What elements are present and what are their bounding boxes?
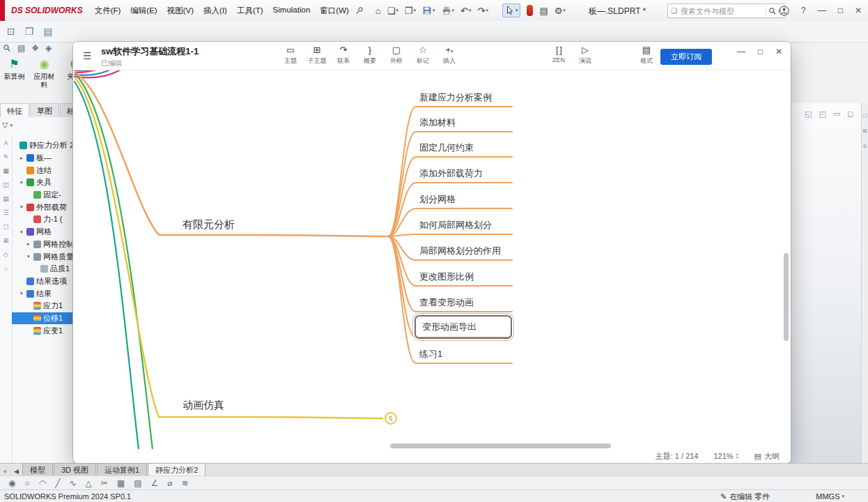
marketplace-icon[interactable] [527, 5, 533, 16]
minimize-window-icon[interactable]: — [737, 47, 745, 56]
tree-row-result-options[interactable]: 结果选项 [12, 275, 73, 288]
tab-motion-study[interactable]: 运动算例1 [97, 463, 147, 476]
tree-row-study[interactable]: 静应力分析 2* [12, 139, 73, 152]
sketch-mesh-icon[interactable]: ▦ [117, 478, 125, 488]
viewport-minimize-icon[interactable]: ▭ [833, 109, 840, 119]
new-document-button[interactable]: ❏▾ [385, 4, 401, 17]
horizontal-scrollbar[interactable] [390, 443, 611, 448]
shield-icon[interactable]: ❖ [31, 43, 39, 53]
tree-row-part[interactable]: ▸ 板— [12, 152, 73, 165]
tree-row-connections[interactable]: 连结 [12, 164, 73, 176]
tree-row-fixed[interactable]: 固定- [12, 189, 73, 201]
new-study-button[interactable]: ⚑ 新算例 [1, 56, 27, 89]
viewport-restore-icon[interactable]: ◱ [805, 109, 812, 119]
tabs-first-icon[interactable]: « [0, 466, 10, 476]
sketch-angle-icon[interactable]: ∠ [151, 478, 159, 488]
sketch-table-icon[interactable]: ▤ [134, 478, 141, 488]
pin-menu-icon[interactable] [355, 6, 364, 15]
subtopic-local-mesh-purpose[interactable]: 局部网格划分的作用 [419, 245, 501, 257]
topic-fea[interactable]: 有限元分析 [183, 218, 235, 231]
tab-model[interactable]: 模型 [22, 463, 53, 476]
filter-funnel-icon[interactable]: ▽ [2, 121, 8, 130]
home-button[interactable]: ⌂ [373, 4, 383, 17]
sheet-icon[interactable]: ▤ [43, 26, 52, 37]
tree-row-stress[interactable]: 应力1 [12, 300, 73, 312]
task-pane-settings-icon[interactable]: ⚙ [862, 144, 867, 149]
subtopic-external-load[interactable]: 添加外部载荷力 [419, 167, 483, 180]
zoom-stepper[interactable]: ▲ ▼ [736, 452, 739, 459]
sketch-spline-icon[interactable]: ∿ [69, 478, 76, 488]
sketch-trim-icon[interactable]: ✂ [101, 478, 108, 488]
zen-mode-button[interactable]: [ ] ZEN [547, 45, 571, 66]
minimize-app-icon[interactable]: — [818, 6, 826, 15]
vertical-scrollbar[interactable] [784, 253, 789, 341]
menu-window[interactable]: 窗口(W) [315, 3, 354, 19]
save-button[interactable]: ▾ [420, 4, 437, 17]
strip-edit-icon[interactable]: ✎ [3, 153, 9, 160]
print-button[interactable]: ▾ [440, 4, 457, 17]
search-icon[interactable] [768, 7, 777, 15]
list-icon[interactable]: ▤ [17, 43, 25, 53]
tab-3d-views[interactable]: 3D 视图 [54, 463, 96, 476]
settings-button[interactable]: ⚙▾ [552, 4, 568, 17]
outline-toggle[interactable]: ▤ 大纲 [754, 451, 780, 462]
hamburger-menu-icon[interactable]: ☰ [83, 50, 92, 61]
relationship-button[interactable]: ↷ 联系 [332, 45, 355, 66]
subtopic-meshing[interactable]: 划分网格 [419, 193, 456, 206]
marker-button[interactable]: ☆ 标记 [411, 45, 435, 66]
collapsed-count-badge[interactable]: 5 [385, 413, 396, 424]
screenshot-icon[interactable]: ⊡ [7, 26, 15, 37]
subtopic-local-mesh[interactable]: 如何局部网格划分 [419, 219, 492, 231]
boundary-button[interactable]: ▢ 外框 [385, 45, 408, 66]
maximize-app-icon[interactable]: □ [838, 6, 843, 15]
subtopic-new-case[interactable]: 新建应力分析案例 [419, 91, 492, 104]
subscribe-button[interactable]: 立即订阅 [660, 49, 712, 65]
tree-row-mesh[interactable]: ▾ 网格 [12, 226, 73, 238]
menu-edit[interactable]: 编辑(E) [125, 3, 162, 19]
topic-button[interactable]: ▭ 主题 [279, 45, 302, 66]
undo-button[interactable]: ↶▾ [458, 4, 473, 17]
strip-home-icon[interactable]: ⌂ [4, 265, 8, 272]
subtopic-exercise1[interactable]: 练习1 [419, 348, 442, 360]
sketch-line-icon[interactable]: ╱ [55, 478, 60, 488]
tree-row-displacement[interactable]: 位移1 [12, 312, 73, 325]
subtopic-change-scale[interactable]: 更改图形比例 [419, 271, 474, 283]
tabs-prev-icon[interactable]: ◀ [10, 466, 22, 476]
strip-diamond-icon[interactable]: ◇ [3, 251, 8, 258]
strip-grid-icon[interactable]: ⊞ [3, 237, 9, 244]
list-options-button[interactable]: ▤ [537, 4, 550, 17]
close-app-icon[interactable]: ✕ [855, 6, 862, 15]
strip-section-icon[interactable]: ◫ [3, 181, 9, 188]
mindmap-canvas[interactable]: 有限元分析 动画仿真 新建应力分析案例 添加材料 固定几何约束 添加外部载荷力 … [73, 70, 791, 449]
tree-row-strain[interactable]: 应变1 [12, 324, 73, 337]
sketch-point-icon[interactable]: ◉ [8, 478, 15, 488]
present-button[interactable]: ▷ 演说 [573, 45, 597, 66]
viewport-maximize-icon[interactable]: ◻ [847, 109, 853, 119]
menu-tools[interactable]: 工具(T) [232, 3, 268, 19]
tab-static-study[interactable]: 静应力分析2 [148, 463, 206, 476]
menu-simulation[interactable]: Simulation [268, 3, 316, 19]
search-input[interactable] [679, 6, 764, 16]
account-icon[interactable] [779, 6, 789, 16]
tab-sketch[interactable]: 草图 [30, 103, 59, 117]
topic-animation[interactable]: 动画仿真 [183, 399, 224, 412]
help-icon[interactable]: ? [801, 6, 806, 15]
tree-row-mesh-quality[interactable]: ▾ 网格质量 [12, 250, 73, 263]
summary-button[interactable]: } 概要 [358, 45, 382, 66]
strip-sheet-icon[interactable]: ▤ [3, 195, 9, 202]
format-button[interactable]: ▤ 格式 [635, 45, 658, 66]
subtopic-view-deform-animation[interactable]: 查看变形动画 [419, 296, 474, 309]
tree-row-mesh-control[interactable]: ▸ 网格控制 [12, 238, 73, 251]
tree-row-results[interactable]: ▾ 结果 [12, 287, 73, 300]
zoom-control[interactable]: 121% ▲ ▼ [714, 452, 739, 460]
tree-row-fixtures[interactable]: ▾ 夹具 [12, 176, 73, 189]
menu-insert[interactable]: 插入(I) [199, 3, 232, 19]
subtopic-fixed-geometry[interactable]: 固定几何约束 [419, 142, 474, 154]
window-layout-icon[interactable]: ❐ [25, 26, 34, 37]
select-tool-button[interactable]: ▾ [502, 3, 521, 17]
sketch-polygon-icon[interactable]: △ [86, 478, 92, 488]
sketch-pattern-icon[interactable]: ≋ [182, 478, 189, 488]
task-pane-resources-icon[interactable]: ❏ [862, 113, 867, 119]
subtopic-add-material[interactable]: 添加材料 [419, 116, 456, 129]
zoom-icon[interactable] [3, 44, 11, 52]
